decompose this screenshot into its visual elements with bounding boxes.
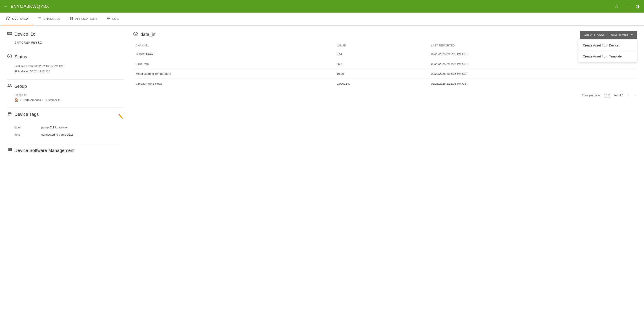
star-button[interactable]: ☆ [614, 3, 620, 10]
data-section-header: data_in [133, 31, 637, 38]
device-id-section: Device ID: [7, 31, 124, 37]
page-info: 1-4 of 4 [614, 94, 623, 97]
rows-select-arrow-icon: ▾ [608, 94, 610, 97]
more-options-button[interactable]: ⋮ [624, 3, 630, 10]
group-section-header: Group [7, 83, 124, 90]
contrast-icon: ◑ [636, 4, 640, 9]
table-cell-channel: Current Draw [133, 49, 334, 59]
software-icon [7, 148, 12, 154]
status-fields: Last seen 02/28/2025 2:16:05 PM CST IP A… [7, 64, 124, 74]
back-button[interactable]: ← [4, 4, 8, 9]
software-header: Device Software Management [7, 148, 124, 154]
breadcrumb: 🏠 › North America › Customer C [14, 98, 124, 102]
device-id-value-group: 9NYOA8KWQY8X [7, 41, 124, 44]
table-row: Flow Rate35.6102/28/2025 2:16:05 PM CST [133, 59, 637, 69]
right-panel: data_in Channel Value Last Reported Curr… [133, 31, 637, 158]
more-icon: ⋮ [625, 4, 630, 9]
dropdown-item-create-from-template[interactable]: Create Asset from Template [578, 51, 637, 62]
status-icon [7, 54, 12, 60]
cloud-icon [133, 31, 138, 38]
create-asset-dropdown: Create Asset from Device Create Asset fr… [578, 40, 637, 62]
table-cell-value: 19.29 [334, 69, 428, 79]
table-row: Vibration RMS Peak0.000214702/28/2025 2:… [133, 79, 637, 89]
device-tags-section: Device Tags ✏️ label pump 0213 gateway n… [7, 111, 124, 138]
next-page-button[interactable]: › [634, 92, 637, 98]
topbar-actions: ☆ ⋮ ◑ [614, 3, 640, 10]
home-icon: 🏠 [14, 98, 19, 102]
tab-applications[interactable]: APPLICATIONS [65, 12, 102, 25]
main-content: CREATE ASSET FROM DEVICE ▾ Create Asset … [0, 26, 644, 163]
status-last-seen: Last seen 02/28/2025 2:16:05 PM CST [14, 64, 124, 69]
divider-1 [7, 50, 124, 50]
tab-log[interactable]: LOG [102, 12, 123, 25]
tag-val-label: pump 0213 gateway [41, 126, 68, 129]
device-tags-header-row: Device Tags ✏️ [7, 111, 124, 121]
tag-row-note: note connected to pump 0213 [14, 131, 124, 138]
rows-per-page-label: Rows per page: [582, 94, 600, 97]
dropdown-item-create-from-device[interactable]: Create Asset from Device [578, 40, 637, 51]
divider-4 [7, 144, 124, 144]
status-section-header: Status [7, 54, 124, 60]
tags-table: label pump 0213 gateway note connected t… [7, 124, 124, 138]
create-asset-button[interactable]: CREATE ASSET FROM DEVICE ▾ [580, 31, 637, 39]
device-id-icon [7, 31, 12, 37]
tag-key-note: note [14, 133, 41, 136]
pagination-row: Rows per page: 10 ▾ 1-4 of 4 ‹ › [133, 89, 637, 101]
breadcrumb-arrow-2: › [42, 98, 43, 102]
dropdown-arrow-icon: ▾ [631, 33, 633, 36]
group-placed-in: Placed In 🏠 › North America › Customer C [7, 93, 124, 102]
tag-val-note: connected to pump 0213 [41, 133, 74, 136]
tab-channels[interactable]: CHANNELS [33, 12, 65, 25]
table-row: Motor Bearing Temperature19.2902/28/2025… [133, 69, 637, 79]
table-cell-last-reported: 02/28/2025 2:16:05 PM CST [428, 79, 637, 89]
tab-channels-label: CHANNELS [44, 17, 60, 20]
table-cell-channel: Vibration RMS Peak [133, 79, 334, 89]
group-title: Group [14, 84, 27, 89]
data-section-title: data_in [140, 32, 156, 37]
breadcrumb-north-america: North America [22, 98, 41, 102]
channels-icon [38, 16, 42, 21]
overview-icon [6, 16, 10, 21]
back-icon: ← [4, 4, 8, 9]
device-tags-icon [7, 111, 12, 118]
edit-tags-button[interactable]: ✏️ [117, 113, 124, 120]
tab-overview[interactable]: OVERVIEW [2, 12, 33, 25]
placed-in-label: Placed In [14, 93, 124, 96]
status-title: Status [14, 54, 27, 60]
left-panel: Device ID: 9NYOA8KWQY8X Status Last seen… [7, 31, 124, 158]
rows-per-page-select[interactable]: 10 ▾ [604, 94, 610, 98]
contrast-button[interactable]: ◑ [635, 3, 640, 10]
software-title: Device Software Management [14, 148, 74, 153]
col-header-channel: Channel [133, 42, 334, 49]
topbar: ← 9NYOA8KWQY8X ☆ ⋮ ◑ [0, 0, 644, 12]
device-tags-title: Device Tags [14, 112, 39, 117]
tag-row-label: label pump 0213 gateway [14, 124, 124, 131]
tag-key-label: label [14, 126, 41, 129]
tab-applications-label: APPLICATIONS [75, 17, 98, 20]
rows-per-page-value: 10 [604, 94, 607, 97]
nav-tabs: OVERVIEW CHANNELS APPLICATIONS LOG [0, 12, 644, 26]
device-id-value: 9NYOA8KWQY8X [14, 41, 42, 44]
tab-overview-label: OVERVIEW [12, 17, 29, 20]
log-icon [106, 16, 110, 21]
divider-3 [7, 108, 124, 108]
table-cell-last-reported: 02/28/2025 2:16:05 PM CST [428, 69, 637, 79]
table-cell-value: 2.54 [334, 49, 428, 59]
table-cell-channel: Motor Bearing Temperature [133, 69, 334, 79]
applications-icon [70, 16, 74, 21]
prev-page-button[interactable]: ‹ [627, 92, 630, 98]
create-asset-label: CREATE ASSET FROM DEVICE [584, 33, 630, 36]
software-section: Device Software Management [7, 148, 124, 154]
table-cell-channel: Flow Rate [133, 59, 334, 69]
device-tags-header: Device Tags [7, 111, 39, 118]
group-section: Group Placed In 🏠 › North America › Cust… [7, 83, 124, 102]
page-title: 9NYOA8KWQY8X [11, 4, 614, 9]
group-icon [7, 83, 12, 90]
status-ip-address: IP Address: 54.241.212.118 [14, 69, 124, 74]
col-header-value: Value [334, 42, 428, 49]
table-header-row: Channel Value Last Reported [133, 42, 637, 49]
divider-2 [7, 80, 124, 80]
table-row: Current Draw2.5402/28/2025 2:16:05 PM CS… [133, 49, 637, 59]
breadcrumb-arrow-1: › [20, 98, 21, 102]
table-cell-value: 35.61 [334, 59, 428, 69]
